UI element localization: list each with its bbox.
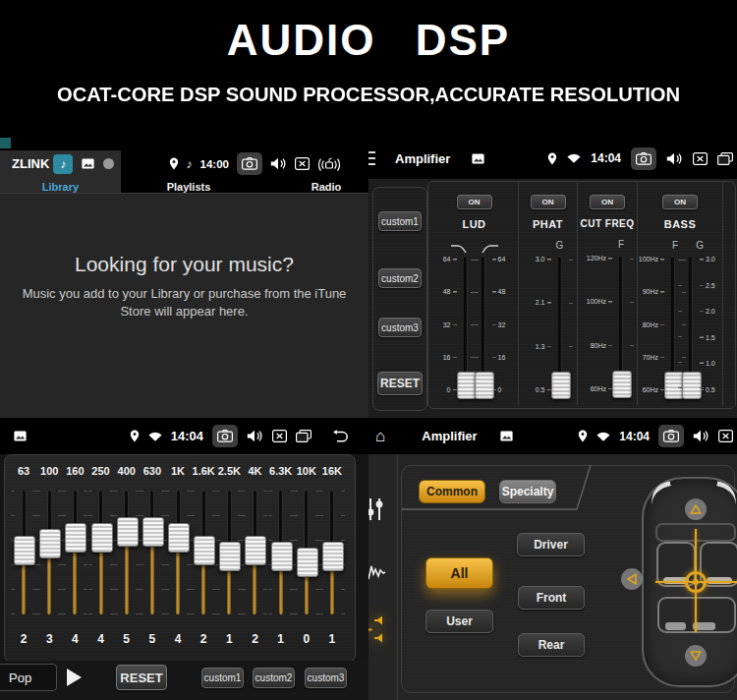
screen-amplifier-fader: ⌂ Amplifier 14:04 Common Specialty Drive… <box>368 418 737 700</box>
eq-slider-knob[interactable] <box>297 548 318 577</box>
location-pin-icon <box>130 430 140 442</box>
tab-library[interactable]: Library <box>0 177 121 193</box>
eq-slider-knob[interactable] <box>168 523 190 553</box>
eq-slider-knob[interactable] <box>14 536 35 565</box>
tab-playlists-label: Playlists <box>167 181 211 193</box>
eq-slider-knob[interactable] <box>65 523 86 553</box>
eq-band-frequency-label: 10K <box>294 465 319 477</box>
preset-dropdown[interactable]: Pop <box>0 664 57 691</box>
camera-button[interactable] <box>212 425 238 447</box>
close-box-icon[interactable] <box>693 152 708 165</box>
equalizer-panel: 631001602504006301K1.6K2.5K4K6.3K10K16K <box>4 454 356 663</box>
eq-band-slider[interactable] <box>165 485 191 624</box>
amp-preset-panel: custom1 custom2 custom3 RESET <box>372 187 427 411</box>
zone-driver-button[interactable]: Driver <box>517 533 585 556</box>
fader-up-arrow[interactable] <box>685 498 707 520</box>
eq-reset-button[interactable]: RESET <box>116 665 167 690</box>
phat-gain-letter: G <box>556 240 564 254</box>
eq-slider-knob[interactable] <box>117 517 139 547</box>
slider-knob[interactable] <box>551 372 571 399</box>
eq-band-value: 1 <box>216 632 242 646</box>
eq-band-slider[interactable] <box>216 485 242 624</box>
bass-g-slider[interactable] <box>682 256 700 401</box>
eq-slider-knob[interactable] <box>245 536 266 565</box>
play-preset-button[interactable] <box>67 669 82 686</box>
eq-band-slider[interactable] <box>191 485 216 624</box>
custom3-button[interactable]: custom3 <box>378 318 422 337</box>
reset-button[interactable]: RESET <box>377 372 423 395</box>
volume-icon[interactable] <box>270 157 287 170</box>
eq-slider-knob[interactable] <box>271 542 293 571</box>
phat-label: PHAT <box>533 218 563 230</box>
column-divider <box>722 183 723 405</box>
zone-front-button[interactable]: Front <box>518 586 585 610</box>
lud-on-button[interactable]: ON <box>457 195 492 209</box>
tab-specialty[interactable]: Specialty <box>499 480 556 503</box>
zone-all-button[interactable]: All <box>425 557 493 589</box>
eq-band-slider[interactable] <box>11 485 36 624</box>
bass-letters: F G <box>672 240 704 254</box>
zone-user-button[interactable]: User <box>425 610 493 633</box>
poster: AUDIO DSP OCAT-CORE DSP SOUND PROCESSOR,… <box>0 0 737 700</box>
eq-band-slider[interactable] <box>87 485 113 624</box>
clock: 14:04 <box>591 151 621 165</box>
tick-marks <box>88 491 92 614</box>
highpass-curve-icon <box>482 244 499 254</box>
eq-slider-knob[interactable] <box>194 536 215 565</box>
cutfreq-on-button[interactable]: ON <box>590 195 625 209</box>
close-box-icon[interactable] <box>295 157 310 170</box>
close-box-icon[interactable] <box>272 430 287 442</box>
eq-band-slider[interactable] <box>36 485 62 624</box>
eq-band-slider[interactable] <box>242 485 267 624</box>
tab-common[interactable]: Common <box>419 480 485 503</box>
slider-knob[interactable] <box>682 372 702 399</box>
eq-bottom-bar: Pop RESET custom1 custom2 custom3 <box>0 661 368 700</box>
cutfreq-slider[interactable] <box>612 255 630 400</box>
back-icon[interactable] <box>330 430 349 442</box>
phat-slider[interactable] <box>551 256 569 401</box>
eq-band-slider[interactable] <box>62 485 87 624</box>
phat-on-button[interactable]: ON <box>531 195 566 209</box>
eq-custom3-button[interactable]: custom3 <box>305 668 347 688</box>
fader-down-arrow[interactable] <box>685 645 707 667</box>
recent-apps-icon[interactable] <box>296 430 312 442</box>
bass-on-button[interactable]: ON <box>662 195 698 209</box>
eq-band-slider[interactable] <box>294 485 319 624</box>
recent-apps-icon[interactable] <box>717 152 733 165</box>
custom1-button[interactable]: custom1 <box>378 211 422 231</box>
eq-slider-knob[interactable] <box>91 523 113 553</box>
slider-knob[interactable] <box>612 371 632 398</box>
eq-frequency-labels: 631001602504006301K1.6K2.5K4K6.3K10K16K <box>11 465 345 477</box>
camera-button[interactable] <box>631 147 656 170</box>
eq-band-frequency-label: 400 <box>114 465 140 477</box>
eq-band-slider[interactable] <box>268 485 294 624</box>
bass-g-letter: G <box>696 240 704 254</box>
eq-band-slider[interactable] <box>319 485 345 624</box>
eq-slider-knob[interactable] <box>322 542 344 571</box>
volume-icon[interactable] <box>666 152 683 165</box>
library-empty-state: Looking for your music? Music you add to… <box>0 193 368 418</box>
eq-slider-knob[interactable] <box>219 542 241 571</box>
zone-rear-button[interactable]: Rear <box>518 633 585 657</box>
bench-cushion <box>665 622 686 630</box>
photo-icon <box>472 153 484 164</box>
radio-icon[interactable] <box>317 157 341 171</box>
camera-button[interactable] <box>237 152 262 175</box>
amp-column-lud: ON LUD 644832160 644832160 <box>430 185 518 401</box>
eq-slider-knob[interactable] <box>142 517 164 547</box>
eq-band-slider[interactable] <box>114 485 140 624</box>
lud-slider-2[interactable] <box>475 256 492 401</box>
eq-band-frequency-label: 4K <box>242 465 267 477</box>
screen-music-library: ZLINK ♪ ♪ 14:00 Library Playlists Radio … <box>0 138 368 418</box>
volume-icon[interactable] <box>247 430 263 442</box>
custom2-button[interactable]: custom2 <box>378 268 422 288</box>
slider-knob[interactable] <box>475 372 494 399</box>
eq-custom1-button[interactable]: custom1 <box>201 668 244 688</box>
fader-left-arrow[interactable] <box>621 568 643 590</box>
eq-band-slider[interactable] <box>140 485 165 624</box>
wifi-icon <box>148 432 162 441</box>
balance-target[interactable] <box>685 571 707 593</box>
eq-custom2-button[interactable]: custom2 <box>253 668 295 688</box>
lowpass-curve-icon <box>450 244 468 254</box>
eq-slider-knob[interactable] <box>39 529 61 558</box>
